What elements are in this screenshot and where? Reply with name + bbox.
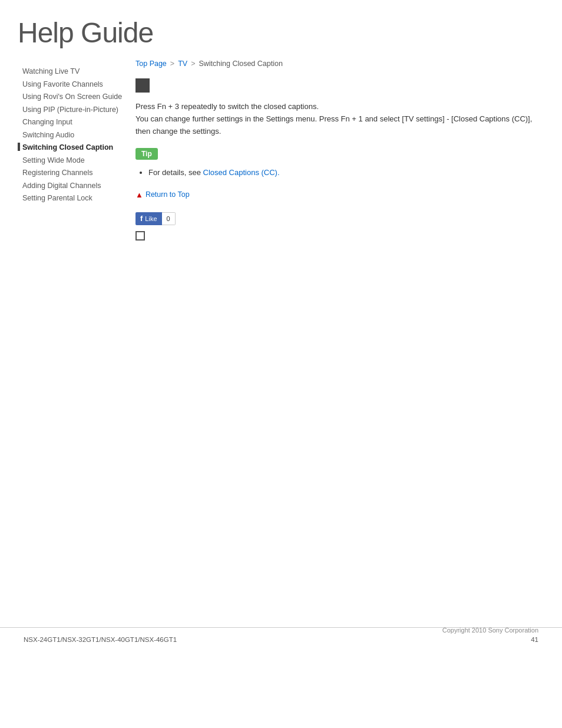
return-to-top-link[interactable]: ▲ Return to Top — [135, 190, 538, 199]
bottom-icon-square — [135, 231, 145, 241]
breadcrumb-sep2: > — [191, 60, 195, 68]
sidebar-item-label-setting-wide-mode: Setting Wide Mode — [22, 156, 85, 166]
page-title: Help Guide — [0, 0, 562, 60]
footer-bar: NSX-24GT1/NSX-32GT1/NSX-40GT1/NSX-46GT1 … — [0, 627, 562, 651]
sidebar: Watching Live TVUsing Favorite ChannelsU… — [0, 60, 124, 264]
sidebar-item-label-using-pip: Using PIP (Picture-in-Picture) — [22, 105, 118, 116]
sidebar-item-watching-live-tv[interactable]: Watching Live TV — [12, 65, 124, 78]
sidebar-item-label-changing-input: Changing Input — [22, 117, 72, 128]
page-icon-square — [135, 78, 150, 93]
return-to-top-label: Return to Top — [146, 190, 190, 199]
sidebar-item-using-pip[interactable]: Using PIP (Picture-in-Picture) — [12, 104, 124, 117]
sidebar-item-label-using-favorite-channels: Using Favorite Channels — [22, 80, 103, 90]
tip-badge: Tip — [135, 148, 158, 160]
like-count: 0 — [162, 212, 176, 225]
like-section: f Like 0 — [135, 212, 538, 225]
sidebar-item-changing-input[interactable]: Changing Input — [12, 116, 124, 129]
page-description: Press Fn + 3 repeatedly to switch the cl… — [135, 101, 538, 137]
tip-content: For details, see Closed Captions (CC). — [135, 166, 538, 179]
sidebar-item-switching-audio[interactable]: Switching Audio — [12, 129, 124, 142]
breadcrumb: Top Page > TV > Switching Closed Caption — [135, 60, 538, 68]
sidebar-item-registering-channels[interactable]: Registering Channels — [12, 167, 124, 180]
sidebar-item-using-rovis-on-screen-guide[interactable]: Using Rovi's On Screen Guide — [12, 91, 124, 104]
sidebar-item-adding-digital-channels[interactable]: Adding Digital Channels — [12, 180, 124, 193]
tip-link[interactable]: Closed Captions (CC). — [203, 168, 280, 177]
footer-page-number: 41 — [531, 636, 538, 643]
breadcrumb-top-page[interactable]: Top Page — [135, 60, 167, 68]
sidebar-item-label-using-rovis-on-screen-guide: Using Rovi's On Screen Guide — [22, 92, 122, 103]
like-label: Like — [145, 215, 157, 222]
desc-line1: Press Fn + 3 repeatedly to switch the cl… — [135, 101, 538, 113]
breadcrumb-sep1: > — [170, 60, 174, 68]
main-content: Top Page > TV > Switching Closed Caption… — [124, 60, 562, 264]
sidebar-item-using-favorite-channels[interactable]: Using Favorite Channels — [12, 78, 124, 91]
sidebar-item-label-setting-parental-lock: Setting Parental Lock — [22, 193, 92, 204]
tip-text: For details, see — [148, 168, 203, 177]
sidebar-item-label-watching-live-tv: Watching Live TV — [22, 67, 80, 77]
sidebar-item-switching-closed-caption[interactable]: Switching Closed Caption — [12, 141, 124, 154]
facebook-like-button[interactable]: f Like — [135, 212, 162, 225]
return-arrow-icon: ▲ — [135, 190, 143, 199]
desc-line2: You can change further settings in the S… — [135, 113, 538, 138]
sidebar-item-setting-parental-lock[interactable]: Setting Parental Lock — [12, 192, 124, 205]
sidebar-item-label-switching-closed-caption: Switching Closed Caption — [22, 143, 113, 153]
breadcrumb-current: Switching Closed Caption — [199, 60, 282, 68]
sidebar-item-setting-wide-mode[interactable]: Setting Wide Mode — [12, 154, 124, 167]
sidebar-item-label-switching-audio: Switching Audio — [22, 130, 74, 141]
footer-model: NSX-24GT1/NSX-32GT1/NSX-40GT1/NSX-46GT1 — [24, 636, 177, 643]
sidebar-item-label-adding-digital-channels: Adding Digital Channels — [22, 181, 101, 192]
sidebar-item-label-registering-channels: Registering Channels — [22, 168, 93, 179]
facebook-icon: f — [140, 214, 143, 223]
breadcrumb-tv[interactable]: TV — [178, 60, 187, 68]
